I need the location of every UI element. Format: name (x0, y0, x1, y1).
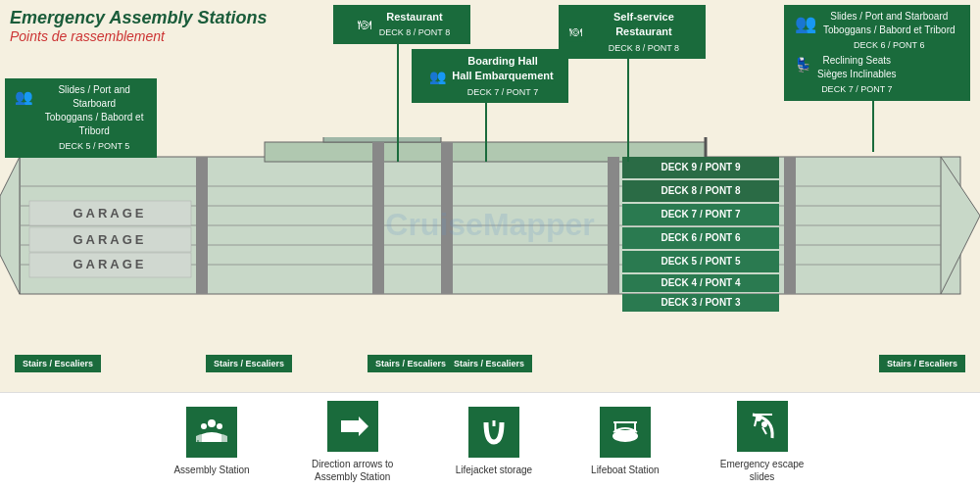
stairs-box-4: Stairs / Escaliers (446, 355, 532, 372)
direction-arrow-icon-box (327, 401, 378, 452)
main-title: Emergency Assembly Stations (10, 8, 267, 28)
legend-direction-label: Direction arrows to Assembly Station (309, 458, 397, 483)
svg-rect-64 (615, 430, 635, 436)
svg-rect-28 (608, 157, 619, 294)
lifeboat-icon (608, 415, 643, 450)
sub-title: Points de rassemblement (10, 28, 267, 44)
svg-point-54 (208, 419, 216, 427)
svg-text:DECK 9 / PONT 9: DECK 9 / PONT 9 (661, 162, 741, 172)
escape-slides-icon-box (737, 401, 788, 452)
svg-point-56 (217, 423, 222, 429)
assembly-station-icon-box (186, 407, 237, 458)
restaurant-icon: 🍽 (354, 14, 375, 35)
box-self-service: 🍽 Self-service Restaurant DECK 8 / PONT … (559, 5, 706, 59)
direction-arrow-icon (335, 409, 370, 444)
svg-text:🍽: 🍽 (569, 25, 582, 39)
title-area: Emergency Assembly Stations Points de ra… (10, 8, 267, 44)
legend-escape-slides: Emergency escape slides (718, 401, 807, 483)
assembly-icon-left: 👥 (13, 83, 35, 111)
svg-text:DECK 3 / PONT 3: DECK 3 / PONT 3 (661, 297, 741, 308)
svg-text:DECK 7 / PONT 7: DECK 7 / PONT 7 (661, 209, 741, 220)
svg-text:👥: 👥 (795, 13, 817, 34)
svg-text:DECK 4 / PONT 4: DECK 4 / PONT 4 (661, 277, 741, 288)
svg-rect-60 (476, 415, 512, 450)
svg-text:CruiseMapper: CruiseMapper (385, 207, 594, 242)
svg-text:💺: 💺 (795, 57, 812, 74)
boarding-icon: 👥 (426, 66, 448, 87)
lifejacket-icon (476, 415, 512, 450)
stairs-box-2: Stairs / Escaliers (206, 355, 292, 372)
stairs-box-3: Stairs / Escaliers (368, 355, 454, 372)
box-slides-left: 👥 Slides / Port and Starboard Toboggans … (5, 78, 157, 158)
ship-diagram: Emergency Assembly Stations Points de ra… (0, 0, 980, 392)
svg-rect-25 (196, 157, 208, 294)
assembly-station-icon (194, 415, 229, 450)
svg-text:DECK 5 / PONT 5: DECK 5 / PONT 5 (661, 256, 741, 267)
svg-text:👥: 👥 (429, 69, 447, 85)
svg-text:GARAGE: GARAGE (73, 232, 146, 247)
stairs-box-1: Stairs / Escaliers (15, 355, 101, 372)
self-service-icon: 🍽 (566, 22, 586, 43)
legend-assembly-label: Assembly Station (173, 464, 249, 476)
svg-text:🍽: 🍽 (358, 17, 371, 32)
reclining-icon: 💺 (792, 54, 813, 75)
lifeboat-icon-box (600, 407, 651, 458)
stairs-box-5: Stairs / Escaliers (879, 355, 965, 372)
assembly-icon-right: 👥 (792, 10, 819, 37)
connector-restaurant (397, 34, 399, 162)
svg-text:GARAGE: GARAGE (73, 257, 146, 271)
ship-diagram-svg: GARAGE GARAGE GARAGE DECK 9 / PONT 9 DEC… (0, 137, 980, 333)
svg-text:GARAGE: GARAGE (73, 206, 146, 220)
svg-text:👥: 👥 (15, 88, 33, 106)
legend-assembly-station: Assembly Station (173, 407, 249, 476)
svg-marker-14 (0, 157, 20, 294)
legend-lifeboat-label: Lifeboat Station (591, 464, 660, 476)
legend-lifeboat: Lifeboat Station (591, 407, 660, 476)
svg-point-71 (761, 421, 767, 427)
legend-escape-label: Emergency escape slides (718, 458, 807, 483)
lifejacket-icon-box (468, 407, 519, 458)
box-restaurant: 🍽 Restaurant DECK 8 / PONT 8 (333, 5, 470, 44)
svg-rect-29 (784, 157, 796, 294)
box-reclining: 💺 Reclining Seats Sièges Inclinables DEC… (784, 49, 970, 101)
svg-text:DECK 8 / PONT 8: DECK 8 / PONT 8 (661, 185, 741, 196)
svg-point-55 (201, 423, 207, 429)
legend-lifejacket: Lifejacket storage (456, 407, 532, 476)
box-boarding: 👥 Boarding Hall Hall Embarquement DECK 7… (412, 49, 568, 103)
legend-direction-arrows: Direction arrows to Assembly Station (309, 401, 397, 483)
svg-rect-16 (323, 137, 441, 142)
escape-slides-icon (745, 409, 780, 444)
legend-section: Assembly Station Direction arrows to Ass… (0, 392, 980, 490)
svg-text:DECK 6 / PONT 6: DECK 6 / PONT 6 (661, 232, 741, 243)
svg-rect-26 (372, 142, 384, 294)
legend-lifejacket-label: Lifejacket storage (456, 464, 532, 476)
